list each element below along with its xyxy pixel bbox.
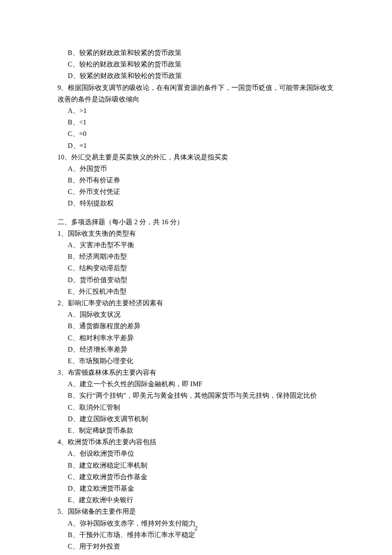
q9-stem: 9、根据国际收支调节的吸收论，在有闲置资源的条件下，一国货币贬值，可能带来国际收…: [58, 82, 334, 105]
q10-option-a: A、外国货币: [58, 163, 334, 174]
m1-option-b: B、经济周期冲击型: [58, 251, 334, 262]
m4-stem: 4、欧洲货币体系的主要内容包括: [58, 436, 334, 448]
q10-option-d: D、特别提款权: [58, 197, 334, 209]
m1-option-a: A、灾害冲击型不平衡: [58, 239, 334, 251]
m2-option-d: D、经济增长率差异: [58, 344, 334, 355]
m3-option-c: C、取消外汇管制: [58, 402, 334, 413]
m4-option-a: A、创设欧洲货币单位: [58, 448, 334, 459]
q8-option-b: B、较紧的财政政策和较紧的货币政策: [58, 47, 334, 58]
page-content: B、较紧的财政政策和较紧的货币政策 C、较松的财政政策和较紧的货币政策 D、较紧…: [0, 0, 392, 552]
m1-option-c: C、结构变动滞后型: [58, 262, 334, 274]
q8-option-d: D、较紧的财政政策和较松的货币政策: [58, 70, 334, 81]
m4-option-e: E、建立欧洲中央银行: [58, 494, 334, 506]
m3-option-a: A、建立一个长久性的国际金融机构，即 IMF: [58, 378, 334, 390]
m4-option-b: B、建立欧洲稳定汇率机制: [58, 460, 334, 471]
m5-option-c: C、用于对外投资: [58, 541, 334, 552]
m4-option-c: C、建立欧洲货币合作基金: [58, 471, 334, 483]
m5-stem: 5、国际储备的主要作用是: [58, 506, 334, 517]
m2-option-e: E、市场预期心理变化: [58, 355, 334, 367]
q10-stem: 10、外汇交易主要是买卖狭义的外汇，具体来说是指买卖: [58, 151, 334, 163]
q9-option-c: C、=0: [58, 128, 334, 139]
m3-option-b: B、实行“两个挂钩”，即美元与黄金挂钩，其他国家货币与美元挂钩，保持固定比价: [58, 390, 334, 401]
m1-stem: 1、国际收支失衡的类型有: [58, 228, 334, 239]
m1-option-d: D、货币价值变动型: [58, 274, 334, 286]
m2-option-c: C、相对利率水平差异: [58, 332, 334, 344]
m3-option-d: D、建立国际收支调节机制: [58, 413, 334, 425]
m2-option-b: B、通货膨胀程度的差异: [58, 320, 334, 332]
q10-option-b: B、外币有价证券: [58, 174, 334, 186]
m1-option-e: E、外汇投机冲击型: [58, 286, 334, 297]
m2-option-a: A、国际收支状况: [58, 309, 334, 320]
section-2-header: 二、多项选择题（每小题 2 分，共 16 分）: [58, 216, 334, 228]
q9-option-a: A、>1: [58, 105, 334, 116]
q8-option-c: C、较松的财政政策和较紧的货币政策: [58, 58, 334, 70]
m3-stem: 3、布雷顿森林体系的主要内容有: [58, 367, 334, 378]
m2-stem: 2、影响汇率变动的主要经济因素有: [58, 297, 334, 309]
page-number: 2: [0, 523, 392, 534]
q9-option-b: B、<1: [58, 116, 334, 128]
q10-option-c: C、外币支付凭证: [58, 186, 334, 197]
q9-option-d: D、=1: [58, 140, 334, 151]
m3-option-e: E、制定稀缺货币条款: [58, 425, 334, 436]
m4-option-d: D、建立欧洲货币基金: [58, 483, 334, 494]
